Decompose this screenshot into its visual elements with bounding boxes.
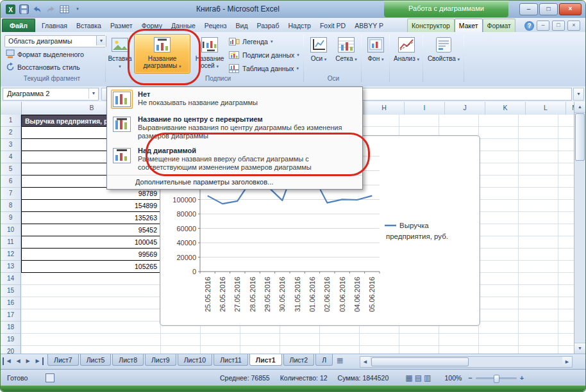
cell-K10[interactable] (479, 224, 519, 236)
tab-Разраб[interactable]: Разраб (253, 19, 284, 32)
sheet-tab-Лист5[interactable]: Лист5 (80, 354, 112, 366)
cell-J19[interactable] (439, 334, 479, 346)
row-header-19[interactable]: 19 (1, 334, 21, 346)
next-sheet-icon[interactable]: ▶ (23, 356, 33, 366)
row-header-6[interactable]: 6 (1, 176, 21, 188)
insert-worksheet-icon[interactable]: ▦ (337, 356, 343, 364)
horizontal-scrollbar[interactable]: ◀ ▶ (360, 356, 573, 368)
cell-K17[interactable] (479, 309, 519, 322)
zoom-slider[interactable]: − + (468, 374, 524, 382)
cell-B11[interactable]: 100045 (21, 236, 161, 249)
cell-M6[interactable] (558, 176, 574, 188)
row-header-3[interactable]: 3 (1, 139, 21, 151)
cell-M17[interactable] (558, 309, 574, 322)
record-macro-icon[interactable] (46, 373, 54, 382)
cell-M13[interactable] (558, 261, 574, 273)
cell-K4[interactable] (479, 151, 519, 163)
page-break-view-icon[interactable]: ▥ (424, 373, 431, 382)
cell-M19[interactable] (558, 334, 574, 346)
cell-L5[interactable] (519, 163, 558, 176)
page-layout-view-icon[interactable]: ▤ (415, 373, 422, 382)
cell-L20[interactable] (519, 346, 558, 354)
sheet-tab-Л[interactable]: Л (315, 354, 333, 366)
tab-Конструктор[interactable]: Конструктор (407, 19, 455, 32)
cell-L11[interactable] (519, 236, 558, 249)
cell-I19[interactable] (399, 334, 439, 346)
cell-M20[interactable] (558, 346, 574, 354)
scroll-left-icon[interactable]: ◀ (360, 357, 370, 367)
menu-item-3-above-chart[interactable]: Над диаграммойРазмещение названия вверху… (107, 143, 362, 175)
scroll-up-icon[interactable]: ▲ (574, 102, 585, 113)
sheet-tab-Лист7[interactable]: Лист7 (47, 354, 79, 366)
cell-B9[interactable]: 135263 (21, 212, 161, 224)
analysis-button[interactable]: Анализ ▾ (392, 34, 421, 74)
cell-G20[interactable] (320, 346, 360, 354)
vertical-scrollbar-thumb[interactable] (575, 113, 585, 161)
cell-F19[interactable] (280, 334, 320, 346)
format-selection-button[interactable]: Формат выделенного (4, 49, 85, 60)
cell-L2[interactable] (519, 127, 558, 139)
tab-Данные[interactable]: Данные (167, 19, 200, 32)
cell-L17[interactable] (519, 309, 558, 322)
axis-titles-button[interactable]: Название осей ▾ (192, 34, 228, 74)
properties-button[interactable]: Свойства ▾ (425, 34, 462, 74)
cell-I20[interactable] (399, 346, 439, 354)
cell-K8[interactable] (479, 200, 519, 212)
workbook-close-icon[interactable]: × (567, 20, 580, 31)
cell-K13[interactable] (479, 261, 519, 273)
cell-F20[interactable] (280, 346, 320, 354)
tab-Foxit PD[interactable]: Foxit PD (315, 19, 350, 32)
column-header-H[interactable]: H (364, 102, 405, 115)
zoom-in-icon[interactable]: + (520, 374, 524, 382)
cell-K1[interactable] (479, 115, 519, 127)
cell-K14[interactable] (479, 273, 519, 285)
sheet-tab-Лист8[interactable]: Лист8 (112, 354, 144, 366)
cell-K3[interactable] (479, 139, 519, 151)
cell-M3[interactable] (558, 139, 574, 151)
row-header-17[interactable]: 17 (1, 309, 21, 322)
cell-J20[interactable] (439, 346, 479, 354)
cell-M4[interactable] (558, 151, 574, 163)
cell-L1[interactable] (519, 115, 558, 127)
quick-table-icon[interactable] (58, 3, 70, 15)
cell-I1[interactable] (399, 115, 439, 127)
zoom-out-icon[interactable]: − (468, 374, 472, 382)
cell-M1[interactable] (558, 115, 574, 127)
cell-M14[interactable] (558, 273, 574, 285)
column-header-I[interactable]: I (405, 102, 445, 115)
tab-Главная[interactable]: Главная (37, 19, 72, 32)
row-header-2[interactable]: 2 (1, 127, 21, 139)
sheet-tab-Лист11[interactable]: Лист11 (213, 354, 248, 366)
row-header-1[interactable]: 1 (1, 115, 21, 127)
tab-Реценз[interactable]: Реценз (200, 19, 231, 32)
tab-Вид[interactable]: Вид (231, 19, 253, 32)
tab-Размет[interactable]: Размет (106, 19, 137, 32)
scroll-down-icon[interactable]: ▼ (574, 343, 585, 354)
cell-L9[interactable] (519, 212, 558, 224)
cell-B10[interactable]: 95452 (21, 224, 161, 236)
previous-sheet-icon[interactable]: ◀ (13, 356, 23, 366)
cell-K6[interactable] (479, 176, 519, 188)
undo-icon[interactable] (31, 3, 43, 15)
vertical-scrollbar[interactable]: ▲ ▼ (574, 102, 585, 354)
cell-M9[interactable] (558, 212, 574, 224)
column-header-L[interactable]: L (526, 102, 566, 115)
row-header-10[interactable]: 10 (1, 224, 21, 236)
cell-B12[interactable]: 99569 (21, 249, 161, 261)
row-header-13[interactable]: 13 (1, 261, 21, 273)
cell-M16[interactable] (558, 297, 574, 309)
chart-title-button[interactable]: Название диаграммы ▾ (134, 34, 190, 74)
last-sheet-icon[interactable]: ▶ (33, 357, 44, 365)
row-header-15[interactable]: 15 (1, 285, 21, 297)
cell-K15[interactable] (479, 285, 519, 297)
sheet-tab-Лист1[interactable]: Лист1 (249, 354, 282, 366)
normal-view-icon[interactable]: ▦ (405, 373, 412, 382)
workbook-minimize-icon[interactable]: – (537, 20, 549, 31)
tab-Файл[interactable]: Файл (2, 19, 35, 32)
cell-M11[interactable] (558, 236, 574, 249)
row-header-4[interactable]: 4 (1, 151, 21, 163)
cell-B14[interactable] (21, 273, 161, 285)
expand-formula-bar-icon[interactable]: ▼ (573, 88, 584, 101)
gridlines-button[interactable]: Сетка ▾ (333, 34, 360, 74)
cell-M10[interactable] (558, 224, 574, 236)
